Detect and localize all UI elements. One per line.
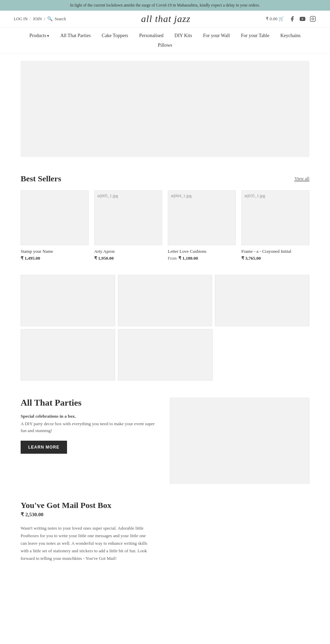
cart-amount: ₹ 0.00 bbox=[266, 16, 277, 22]
view-all-link[interactable]: View all bbox=[294, 176, 309, 182]
price-prefix: From bbox=[168, 256, 177, 261]
product-grid: Stamp your Name ₹ 1,495.00 atj005_1.jpg … bbox=[21, 190, 309, 261]
product-price: ₹ 1,950.00 bbox=[94, 256, 162, 261]
cart-button[interactable]: ₹ 0.00 🛒 bbox=[266, 16, 284, 22]
best-sellers-header: Best Sellers View all bbox=[21, 174, 309, 183]
category-image[interactable] bbox=[21, 275, 115, 326]
divider: / bbox=[30, 16, 31, 22]
instagram-icon[interactable] bbox=[309, 15, 316, 22]
product-price-value: ₹ 1,495.00 bbox=[21, 256, 40, 261]
header-actions: ₹ 0.00 🛒 bbox=[266, 15, 316, 22]
category-image[interactable] bbox=[215, 275, 309, 326]
auth-nav: LOG IN / JOIN / 🔍 Search bbox=[14, 16, 66, 22]
category-image[interactable] bbox=[21, 329, 115, 381]
product-name: Stamp your Name bbox=[21, 249, 89, 254]
product-card[interactable]: atj064_1.jpg Letter Love Cushions From ₹… bbox=[168, 190, 236, 261]
nav-pillows[interactable]: Pillows bbox=[152, 41, 178, 50]
category-image[interactable] bbox=[118, 329, 212, 381]
product-name: Arty Apron bbox=[94, 249, 162, 254]
nav-cake-toppers[interactable]: Cake Toppers bbox=[96, 31, 134, 41]
promo-body: A DIY party decor box with everything yo… bbox=[21, 420, 160, 434]
brand-name: all that jazz bbox=[141, 13, 190, 24]
image-filename: atj035_1.jpg bbox=[244, 193, 265, 199]
nav-row-2: Pillows bbox=[7, 41, 323, 50]
product-price-value: ₹ 1,950.00 bbox=[94, 256, 114, 261]
hero-banner bbox=[21, 61, 309, 157]
promo-text-block: All That Parties Special celebrations in… bbox=[21, 398, 160, 454]
site-header: LOG IN / JOIN / 🔍 Search all that jazz ₹… bbox=[0, 11, 330, 27]
category-grid-bottom bbox=[21, 329, 213, 381]
category-grid-top bbox=[21, 275, 309, 326]
nav-products[interactable]: Products bbox=[24, 31, 55, 41]
category-image[interactable] bbox=[118, 275, 212, 326]
facebook-icon[interactable] bbox=[289, 15, 296, 22]
search-divider: / bbox=[44, 16, 45, 22]
learn-more-button[interactable]: LEARN MORE bbox=[21, 441, 67, 454]
announcement-text: In light of the current lockdown amidst … bbox=[70, 3, 260, 8]
nav-for-your-table[interactable]: For your Table bbox=[235, 31, 275, 41]
image-filename: atj005_1.jpg bbox=[97, 193, 118, 199]
product-price-value: ₹ 3,765.00 bbox=[241, 256, 261, 261]
spotlight-title: You've Got Mail Post Box bbox=[21, 501, 309, 510]
site-logo[interactable]: all that jazz bbox=[141, 13, 190, 24]
join-link[interactable]: JOIN bbox=[33, 16, 42, 22]
product-name: Frame - a - Crayoned Initial bbox=[241, 249, 309, 254]
image-filename: atj064_1.jpg bbox=[171, 193, 191, 199]
search-label[interactable]: Search bbox=[55, 16, 66, 22]
nav-all-that-parties[interactable]: All That Parties bbox=[55, 31, 96, 41]
social-links bbox=[289, 15, 316, 22]
best-sellers-section: Best Sellers View all Stamp your Name ₹ … bbox=[0, 164, 330, 268]
product-image: atj064_1.jpg bbox=[168, 190, 236, 245]
product-image bbox=[21, 190, 89, 245]
login-link[interactable]: LOG IN bbox=[14, 16, 28, 22]
nav-keychains[interactable]: Keychains bbox=[275, 31, 306, 41]
promo-title: All That Parties bbox=[21, 398, 160, 408]
category-section bbox=[0, 268, 330, 387]
spotlight-price: ₹ 2,530.00 bbox=[21, 511, 309, 518]
nav-personalised[interactable]: Personalised bbox=[134, 31, 169, 41]
nav-for-your-wall[interactable]: For your Wall bbox=[198, 31, 235, 41]
product-price: ₹ 1,495.00 bbox=[21, 256, 89, 261]
announcement-banner: In light of the current lockdown amidst … bbox=[0, 0, 330, 11]
youtube-icon[interactable] bbox=[299, 15, 306, 22]
product-price-value: ₹ 1,180.00 bbox=[178, 256, 198, 261]
promo-section: All That Parties Special celebrations in… bbox=[0, 387, 330, 494]
promo-subtitle: Special celebrations in a box. bbox=[21, 414, 160, 419]
nav-diy-kits[interactable]: DIY Kits bbox=[169, 31, 198, 41]
promo-image bbox=[170, 398, 309, 484]
best-sellers-title: Best Sellers bbox=[21, 174, 61, 183]
product-card[interactable]: atj005_1.jpg Arty Apron ₹ 1,950.00 bbox=[94, 190, 162, 261]
product-card[interactable]: Stamp your Name ₹ 1,495.00 bbox=[21, 190, 89, 261]
product-card[interactable]: atj035_1.jpg Frame - a - Crayoned Initia… bbox=[241, 190, 309, 261]
spotlight-description: Wasn't writing notes to your loved ones … bbox=[21, 524, 151, 562]
product-price: From ₹ 1,180.00 bbox=[168, 256, 236, 261]
product-image: atj035_1.jpg bbox=[241, 190, 309, 245]
svg-rect-1 bbox=[310, 16, 316, 22]
search-icon[interactable]: 🔍 bbox=[47, 16, 53, 22]
product-image: atj005_1.jpg bbox=[94, 190, 162, 245]
product-price: ₹ 3,765.00 bbox=[241, 256, 309, 261]
product-name: Letter Love Cushions bbox=[168, 249, 236, 254]
cart-icon: 🛒 bbox=[278, 16, 284, 22]
spotlight-section: You've Got Mail Post Box ₹ 2,530.00 Wasn… bbox=[0, 494, 330, 566]
main-nav: Products All That Parties Cake Toppers P… bbox=[0, 27, 330, 54]
